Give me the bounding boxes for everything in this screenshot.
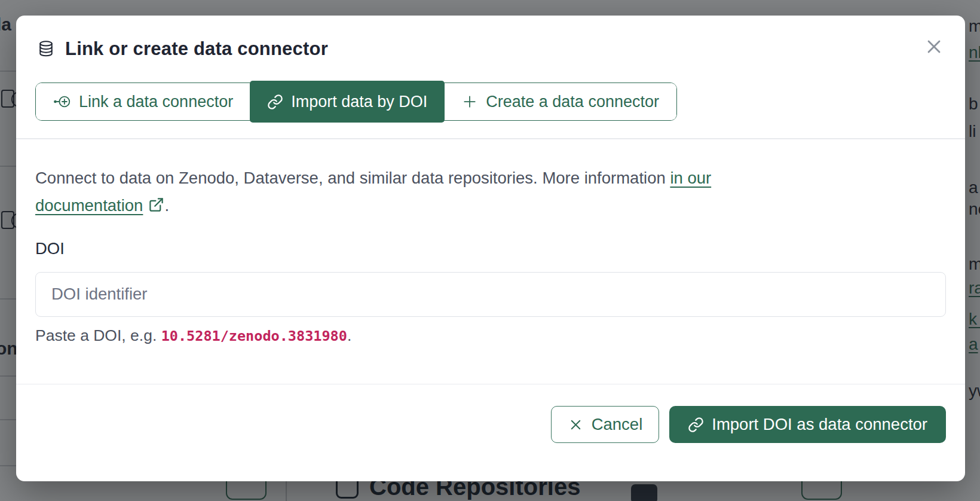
database-icon xyxy=(36,39,56,59)
external-link-icon xyxy=(148,194,164,221)
close-icon xyxy=(923,36,945,57)
dialog-header: Link or create data connector xyxy=(16,16,965,60)
tab-label: Import data by DOI xyxy=(291,93,427,111)
x-icon xyxy=(568,417,584,433)
import-doi-button-label: Import DOI as data connector xyxy=(712,415,927,434)
cancel-button[interactable]: Cancel xyxy=(551,406,660,443)
connector-mode-tabs: Link a data connector Import data by DOI… xyxy=(35,83,677,121)
import-doi-button[interactable]: Import DOI as data connector xyxy=(669,406,946,443)
documentation-link[interactable]: in our xyxy=(670,169,711,187)
helper-suffix: . xyxy=(347,326,351,344)
description-text: Connect to data on Zenodo, Dataverse, an… xyxy=(35,164,946,221)
tab-label: Create a data connector xyxy=(486,93,659,111)
doi-input[interactable] xyxy=(35,272,946,317)
helper-prefix: Paste a DOI, e.g. xyxy=(35,326,161,344)
chain-link-icon xyxy=(688,417,704,433)
description-intro: Connect to data on Zenodo, Dataverse, an… xyxy=(35,169,666,187)
chain-link-icon xyxy=(267,94,283,110)
data-connector-dialog: Link or create data connector Link a dat… xyxy=(16,16,965,481)
description-period: . xyxy=(164,196,169,215)
doi-helper-text: Paste a DOI, e.g. 10.5281/zenodo.3831980… xyxy=(35,326,946,345)
cancel-button-label: Cancel xyxy=(592,415,643,434)
dialog-footer: Cancel Import DOI as data connector xyxy=(16,384,965,443)
dialog-title: Link or create data connector xyxy=(65,38,328,60)
tab-create-data-connector[interactable]: Create a data connector xyxy=(444,83,676,120)
tab-label: Link a data connector xyxy=(79,93,233,111)
dialog-body: Connect to data on Zenodo, Dataverse, an… xyxy=(16,139,965,345)
tab-link-data-connector[interactable]: Link a data connector xyxy=(36,83,250,120)
close-button[interactable] xyxy=(923,36,945,57)
plus-icon xyxy=(461,93,478,110)
tab-import-data-by-doi[interactable]: Import data by DOI xyxy=(250,81,445,123)
link-plus-icon xyxy=(53,95,71,108)
doi-example-code: 10.5281/zenodo.3831980 xyxy=(161,328,347,344)
doi-field-label: DOI xyxy=(35,239,946,258)
documentation-link[interactable]: documentation xyxy=(35,196,143,215)
